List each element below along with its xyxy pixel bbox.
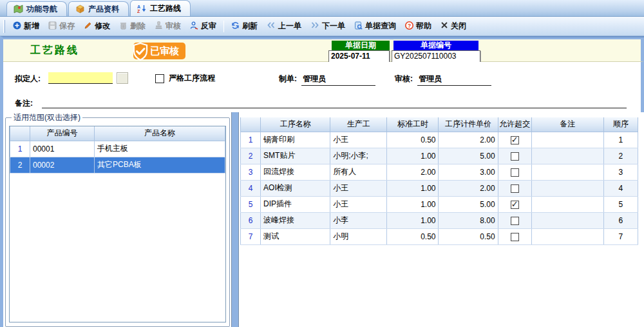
- delete-button[interactable]: 删除: [115, 19, 149, 34]
- worker-cell[interactable]: 小明;小李;: [330, 148, 387, 164]
- previous-doc-button[interactable]: 上一单: [263, 19, 305, 34]
- order-cell[interactable]: 2: [603, 148, 638, 164]
- remark-cell[interactable]: [531, 180, 603, 196]
- allow-overdelivery-checkbox[interactable]: [511, 136, 519, 144]
- process-name-cell[interactable]: 回流焊接: [261, 164, 330, 180]
- worker-cell[interactable]: 小明: [330, 228, 387, 244]
- remark-cell[interactable]: [531, 228, 603, 244]
- std-hours-cell[interactable]: 1.00: [387, 212, 439, 228]
- worker-header[interactable]: 生产工: [330, 117, 387, 132]
- piece-price-cell[interactable]: 2.00: [439, 132, 498, 148]
- process-row[interactable]: 2 SMT贴片 小明;小李; 1.00 5.00 2: [241, 148, 638, 164]
- tab-label: 功能导航: [26, 4, 57, 15]
- strict-process-checkbox[interactable]: [155, 74, 164, 83]
- product-row[interactable]: 2 00002 其它PCBA板: [10, 157, 225, 173]
- std-hours-cell[interactable]: 0.50: [387, 132, 439, 148]
- edit-button[interactable]: 修改: [80, 19, 114, 34]
- save-button[interactable]: 保存: [44, 19, 79, 34]
- product-name-cell[interactable]: 其它PCBA板: [95, 157, 225, 173]
- drafter-input[interactable]: [48, 72, 113, 84]
- piece-price-header[interactable]: 工序计件单价: [439, 117, 498, 132]
- remark-cell[interactable]: [531, 196, 603, 212]
- allow-overdelivery-checkbox[interactable]: [511, 184, 519, 193]
- map-icon: [14, 5, 23, 14]
- remark-cell[interactable]: [531, 132, 603, 148]
- product-name-cell[interactable]: 手机主板: [95, 141, 225, 157]
- process-name-cell[interactable]: 波峰焊接: [261, 212, 330, 228]
- std-hours-cell[interactable]: 1.00: [387, 180, 439, 196]
- piece-price-cell[interactable]: 2.00: [439, 180, 498, 196]
- process-row[interactable]: 7 测试 小明 0.50 0.50 7: [241, 228, 638, 244]
- process-name-cell[interactable]: SMT贴片: [261, 148, 330, 164]
- allow-overdelivery-checkbox[interactable]: [511, 168, 519, 177]
- piece-price-cell[interactable]: 5.00: [439, 148, 498, 164]
- std-hours-cell[interactable]: 2.00: [387, 164, 439, 180]
- process-row[interactable]: 3 回流焊接 所有人 2.00 3.00 3: [241, 164, 638, 180]
- product-name-header[interactable]: 产品名称: [95, 126, 225, 141]
- product-code-cell[interactable]: 00002: [30, 157, 95, 173]
- order-cell[interactable]: 1: [603, 132, 638, 148]
- process-row[interactable]: 1 锡膏印刷 小王 0.50 2.00 1: [241, 132, 638, 148]
- order-cell[interactable]: 4: [603, 180, 638, 196]
- tab-process-route[interactable]: AZ 工艺路线: [130, 0, 191, 16]
- std-hours-cell[interactable]: 0.50: [387, 228, 439, 244]
- row-number: 4: [241, 180, 261, 196]
- remark-cell[interactable]: [531, 164, 603, 180]
- worker-cell[interactable]: 小王: [330, 132, 387, 148]
- process-row[interactable]: 6 波峰焊接 小李 1.00 8.00 6: [241, 212, 638, 228]
- process-name-cell[interactable]: 测试: [261, 228, 330, 244]
- double-chevron-right-icon: [310, 21, 319, 31]
- new-button[interactable]: 新增: [9, 19, 43, 34]
- std-hours-cell[interactable]: 1.00: [387, 148, 439, 164]
- refresh-button[interactable]: 刷新: [227, 19, 261, 34]
- worker-cell[interactable]: 所有人: [330, 164, 387, 180]
- order-cell[interactable]: 5: [603, 196, 638, 212]
- allow-overdelivery-checkbox[interactable]: [511, 201, 519, 209]
- allow-overdelivery-checkbox[interactable]: [511, 217, 519, 225]
- doc-query-button[interactable]: 单据查询: [350, 19, 400, 34]
- allow-overdelivery-checkbox[interactable]: [511, 233, 519, 241]
- piece-price-cell[interactable]: 8.00: [439, 212, 498, 228]
- piece-price-cell[interactable]: 0.50: [439, 228, 498, 244]
- remark-cell[interactable]: [531, 148, 603, 164]
- worker-cell[interactable]: 小李: [330, 212, 387, 228]
- process-row[interactable]: 5 DIP插件 小王 1.00 5.00 5: [241, 196, 638, 212]
- remark-cell[interactable]: [531, 212, 603, 228]
- remark-header[interactable]: 备注: [531, 117, 603, 132]
- product-code-cell[interactable]: 00001: [30, 141, 95, 157]
- tab-function-navigation[interactable]: 功能导航: [6, 1, 67, 16]
- worker-cell[interactable]: 小王: [330, 180, 387, 196]
- process-name-cell[interactable]: DIP插件: [261, 196, 330, 212]
- order-cell[interactable]: 3: [603, 164, 638, 180]
- close-button[interactable]: 关闭: [437, 19, 470, 34]
- doc-date-value[interactable]: 2025-07-11: [328, 50, 390, 63]
- worker-cell[interactable]: 小王: [330, 196, 387, 212]
- help-button[interactable]: ? 帮助: [401, 19, 435, 34]
- remark-input[interactable]: [42, 99, 627, 108]
- piece-price-cell[interactable]: 5.00: [439, 196, 498, 212]
- order-cell[interactable]: 7: [603, 228, 638, 244]
- std-hours-header[interactable]: 标准工时: [387, 117, 439, 132]
- order-cell[interactable]: 6: [603, 212, 638, 228]
- process-name-cell[interactable]: 锡膏印刷: [261, 132, 330, 148]
- allow-overdelivery-header[interactable]: 允许超交: [498, 117, 531, 132]
- drafter-lookup-button[interactable]: [117, 72, 128, 84]
- product-code-header[interactable]: 产品编号: [30, 126, 95, 141]
- product-row[interactable]: 1 00001 手机主板: [10, 141, 225, 157]
- process-name-header[interactable]: 工序名称: [261, 117, 330, 132]
- toolbar-separator: [223, 21, 224, 32]
- document-header-band: 工艺路线 已审核 单据日期 2025-07-11 单据编号 GY20250711…: [3, 37, 644, 62]
- allow-overdelivery-checkbox[interactable]: [511, 152, 519, 161]
- audit-button[interactable]: 审核: [151, 19, 185, 34]
- tab-product-data[interactable]: 产品资料: [68, 1, 129, 16]
- unaudit-button[interactable]: 反审: [186, 19, 220, 34]
- process-row[interactable]: 4 AOI检测 小王 1.00 2.00 4: [241, 180, 638, 196]
- order-header[interactable]: 顺序: [603, 117, 638, 132]
- std-hours-cell[interactable]: 1.00: [387, 196, 439, 212]
- doc-number-value[interactable]: GY202507110003: [392, 50, 480, 63]
- process-name-cell[interactable]: AOI检测: [261, 180, 330, 196]
- piece-price-cell[interactable]: 3.00: [439, 164, 498, 180]
- next-doc-button[interactable]: 下一单: [307, 19, 349, 34]
- panel-splitter[interactable]: [231, 112, 239, 327]
- row-number: 5: [241, 196, 261, 212]
